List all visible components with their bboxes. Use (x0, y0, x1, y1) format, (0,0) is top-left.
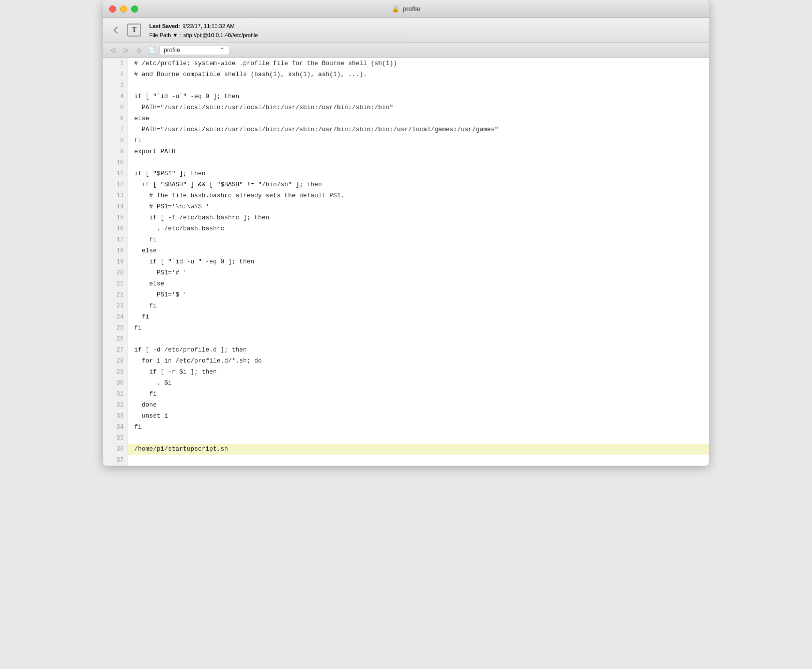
line-number: 4 (103, 91, 128, 102)
nav-file-icon: 📄 (146, 45, 157, 56)
main-window: 🔒 profile T Last Saved: 9/22/17, 11:50:3… (103, 0, 709, 466)
minimize-button[interactable] (120, 6, 127, 13)
nav-home-button[interactable]: ◇ (133, 45, 144, 56)
code-line: done (128, 400, 709, 411)
code-line (128, 433, 709, 444)
file-path-line: File Path ▼ : sftp://pi:@10.0.1.48//etc/… (149, 30, 258, 39)
breadcrumb-arrow: ⌃ (220, 47, 225, 54)
line-number: 33 (103, 411, 128, 422)
line-number: 36 (103, 444, 128, 455)
code-line: if [ "`id -u`" -eq 0 ]; then (128, 91, 709, 102)
line-number: 7 (103, 124, 128, 135)
code-line: fi (128, 422, 709, 433)
code-line: . $i (128, 378, 709, 389)
code-line: export PATH (128, 146, 709, 157)
code-line: # The file bash.bashrc already sets the … (128, 190, 709, 201)
line-number: 9 (103, 146, 128, 157)
line-number: 10 (103, 157, 128, 168)
line-number: 15 (103, 212, 128, 223)
line-number: 29 (103, 367, 128, 378)
line-number: 12 (103, 179, 128, 190)
code-line: fi (128, 311, 709, 322)
breadcrumb[interactable]: profile ⌃ (159, 45, 229, 55)
line-number: 19 (103, 256, 128, 267)
nav-bar: ◁ ▷ ◇ 📄 profile ⌃ (103, 43, 709, 58)
code-line: fi (128, 234, 709, 245)
line-number: 1 (103, 58, 128, 69)
line-number: 24 (103, 311, 128, 322)
file-path-label: File Path ▼ : (149, 32, 181, 38)
code-line: unset i (128, 411, 709, 422)
code-line: PATH="/usr/local/sbin:/usr/local/bin:/us… (128, 124, 709, 135)
code-line: if [ "$BASH" ] && [ "$BASH" != "/bin/sh"… (128, 179, 709, 190)
line-number: 27 (103, 345, 128, 356)
last-saved-line: Last Saved: 9/22/17, 11:50:32 AM (149, 21, 258, 30)
line-number: 32 (103, 400, 128, 411)
line-number: 6 (103, 113, 128, 124)
code-line: # and Bourne compatible shells (bash(1),… (128, 69, 709, 80)
content-area: 1234567891011121314151617181920212223242… (103, 58, 709, 466)
line-number: 21 (103, 278, 128, 289)
line-number: 35 (103, 433, 128, 444)
code-line (128, 455, 709, 466)
code-line: else (128, 278, 709, 289)
file-path-value: sftp://pi:@10.0.1.48//etc/profile (183, 32, 258, 38)
code-line: fi (128, 300, 709, 311)
breadcrumb-text: profile (164, 47, 180, 54)
code-line: fi (128, 389, 709, 400)
code-line: PS1='# ' (128, 267, 709, 278)
line-number: 13 (103, 190, 128, 201)
back-arrow-icon[interactable] (108, 23, 123, 38)
line-number: 23 (103, 300, 128, 311)
line-number: 30 (103, 378, 128, 389)
code-line (128, 333, 709, 345)
code-line: else (128, 245, 709, 256)
window-title: 🔒 profile (391, 5, 420, 13)
file-meta: Last Saved: 9/22/17, 11:50:32 AM File Pa… (149, 21, 258, 39)
code-line: /home/pi/startupscript.sh (128, 444, 709, 455)
title-text: profile (402, 5, 420, 13)
nav-back-button[interactable]: ◁ (107, 45, 118, 56)
line-number: 25 (103, 322, 128, 333)
line-number: 18 (103, 245, 128, 256)
line-number: 16 (103, 223, 128, 234)
code-line: for i in /etc/profile.d/*.sh; do (128, 356, 709, 367)
line-number: 14 (103, 201, 128, 212)
line-number: 37 (103, 455, 128, 466)
maximize-button[interactable] (131, 6, 138, 13)
code-line: PS1='$ ' (128, 289, 709, 300)
line-number: 5 (103, 102, 128, 113)
title-bar: 🔒 profile (103, 0, 709, 18)
toolbar-icon-group: T (108, 23, 141, 38)
last-saved-label: Last Saved: (149, 23, 180, 29)
line-number: 34 (103, 422, 128, 433)
line-number: 26 (103, 333, 128, 345)
traffic-lights (109, 6, 138, 13)
line-number: 8 (103, 135, 128, 146)
code-line: PATH="/usr/local/sbin:/usr/local/bin:/us… (128, 102, 709, 113)
line-numbers: 1234567891011121314151617181920212223242… (103, 58, 128, 466)
text-format-icon[interactable]: T (127, 24, 141, 37)
line-number: 20 (103, 267, 128, 278)
line-number: 31 (103, 389, 128, 400)
code-line: if [ -f /etc/bash.bashrc ]; then (128, 212, 709, 223)
close-button[interactable] (109, 6, 116, 13)
nav-forward-button[interactable]: ▷ (120, 45, 131, 56)
code-editor[interactable]: # /etc/profile: system-wide .profile fil… (128, 58, 709, 466)
code-line: if [ -d /etc/profile.d ]; then (128, 345, 709, 356)
line-number: 22 (103, 289, 128, 300)
line-number: 3 (103, 80, 128, 91)
line-number: 28 (103, 356, 128, 367)
line-number: 11 (103, 168, 128, 179)
code-line: # PS1='\h:\w\$ ' (128, 201, 709, 212)
code-line: if [ "`id -u`" -eq 0 ]; then (128, 256, 709, 267)
code-line (128, 80, 709, 91)
code-line: else (128, 113, 709, 124)
code-line: # /etc/profile: system-wide .profile fil… (128, 58, 709, 69)
code-line: if [ "$PS1" ]; then (128, 168, 709, 179)
title-icon: 🔒 (391, 5, 399, 13)
code-line: . /etc/bash.bashrc (128, 223, 709, 234)
line-number: 17 (103, 234, 128, 245)
code-line: fi (128, 135, 709, 146)
line-number: 2 (103, 69, 128, 80)
